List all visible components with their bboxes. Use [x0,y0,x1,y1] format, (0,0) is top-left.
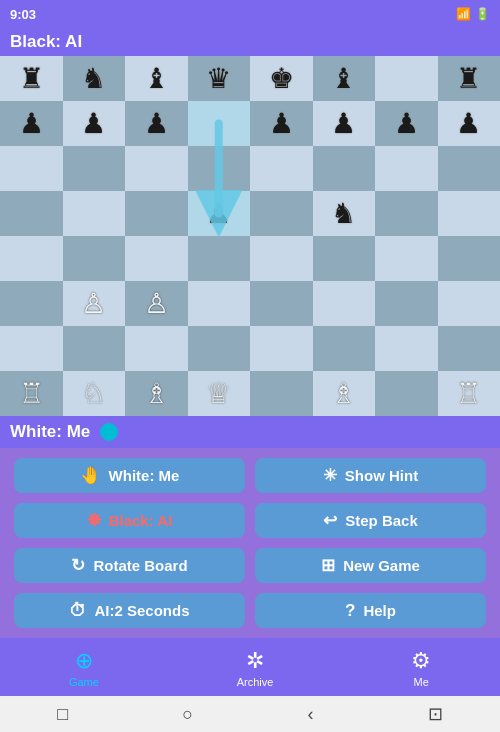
piece: ♟ [81,107,106,140]
white-me-icon: 🤚 [80,465,101,486]
chess-cell-r0-c5[interactable]: ♝ [313,56,376,101]
chess-cell-r7-c1[interactable]: ♘ [63,371,126,416]
step-back-label: Step Back [345,512,418,529]
chess-cell-r6-c7[interactable] [438,326,501,371]
chess-cell-r0-c7[interactable]: ♜ [438,56,501,101]
chess-cell-r6-c5[interactable] [313,326,376,371]
chess-cell-r1-c2[interactable]: ♟ [125,101,188,146]
new-game-label: New Game [343,557,420,574]
buttons-section: 🤚White: Me✳Show Hint❋Black: AI↩Step Back… [0,448,500,638]
chess-cell-r7-c5[interactable]: ♗ [313,371,376,416]
chess-cell-r1-c0[interactable]: ♟ [0,101,63,146]
chess-cell-r6-c2[interactable] [125,326,188,371]
chess-cell-r4-c3[interactable] [188,236,251,281]
chess-cell-r6-c0[interactable] [0,326,63,371]
step-back-button[interactable]: ↩Step Back [255,503,486,538]
chess-cell-r0-c1[interactable]: ♞ [63,56,126,101]
chess-cell-r4-c5[interactable] [313,236,376,281]
chess-cell-r4-c1[interactable] [63,236,126,281]
chess-cell-r7-c4[interactable] [250,371,313,416]
show-hint-button[interactable]: ✳Show Hint [255,458,486,493]
chess-cell-r5-c7[interactable] [438,281,501,326]
chess-cell-r6-c6[interactable] [375,326,438,371]
chess-cell-r2-c1[interactable] [63,146,126,191]
chess-cell-r5-c4[interactable] [250,281,313,326]
new-game-button[interactable]: ⊞New Game [255,548,486,583]
nav-me-label: Me [413,676,428,688]
nav-item-game[interactable]: ⊕Game [69,648,99,688]
battery-icon: 🔋 [475,7,490,21]
chess-cell-r5-c1[interactable]: ♙ [63,281,126,326]
chess-cell-r1-c4[interactable]: ♟ [250,101,313,146]
chess-cell-r6-c3[interactable] [188,326,251,371]
chess-cell-r4-c4[interactable] [250,236,313,281]
rotate-board-icon: ↻ [71,555,85,576]
recent-apps-button[interactable]: □ [57,704,68,725]
chess-cell-r3-c1[interactable] [63,191,126,236]
nav-item-me[interactable]: ⚙Me [411,648,431,688]
chess-cell-r4-c7[interactable] [438,236,501,281]
white-me-button[interactable]: 🤚White: Me [14,458,245,493]
chess-cell-r0-c6[interactable] [375,56,438,101]
chess-cell-r3-c4[interactable] [250,191,313,236]
black-ai-button[interactable]: ❋Black: AI [14,503,245,538]
home-button[interactable]: ○ [182,704,193,725]
chess-cell-r2-c4[interactable] [250,146,313,191]
chess-cell-r2-c5[interactable] [313,146,376,191]
chess-cell-r5-c3[interactable] [188,281,251,326]
chess-cell-r2-c6[interactable] [375,146,438,191]
chess-cell-r7-c2[interactable]: ♗ [125,371,188,416]
chess-cell-r3-c2[interactable] [125,191,188,236]
screenshot-button[interactable]: ⊡ [428,703,443,725]
chess-cell-r4-c2[interactable] [125,236,188,281]
help-button[interactable]: ?Help [255,593,486,628]
chess-cell-r1-c6[interactable]: ♟ [375,101,438,146]
chess-cell-r2-c0[interactable] [0,146,63,191]
piece: ♗ [331,377,356,410]
chess-cell-r7-c0[interactable]: ♖ [0,371,63,416]
chess-cell-r2-c2[interactable] [125,146,188,191]
chess-cell-r4-c6[interactable] [375,236,438,281]
piece: ♝ [144,62,169,95]
chess-cell-r7-c7[interactable]: ♖ [438,371,501,416]
chess-cell-r5-c6[interactable] [375,281,438,326]
chess-cell-r1-c5[interactable]: ♟ [313,101,376,146]
chess-cell-r6-c4[interactable] [250,326,313,371]
chess-cell-r2-c3[interactable] [188,146,251,191]
rotate-board-label: Rotate Board [93,557,187,574]
ai-seconds-icon: ⏱ [69,601,86,621]
chess-cell-r3-c3[interactable]: ♟ [188,191,251,236]
bottom-player-label: White: Me [10,422,90,442]
ai-seconds-label: AI:2 Seconds [94,602,189,619]
status-bar: 9:03 📶 🔋 [0,0,500,28]
chess-cell-r1-c7[interactable]: ♟ [438,101,501,146]
chess-cell-r3-c6[interactable] [375,191,438,236]
help-icon: ? [345,601,355,621]
chess-cell-r3-c7[interactable] [438,191,501,236]
chess-cell-r1-c3[interactable] [188,101,251,146]
back-button[interactable]: ‹ [308,704,314,725]
chess-cell-r4-c0[interactable] [0,236,63,281]
chess-cell-r3-c5[interactable]: ♞ [313,191,376,236]
piece: ♝ [331,62,356,95]
chess-cell-r6-c1[interactable] [63,326,126,371]
chess-cell-r0-c4[interactable]: ♚ [250,56,313,101]
chess-cell-r5-c2[interactable]: ♙ [125,281,188,326]
piece: ♟ [331,107,356,140]
piece: ♚ [269,62,294,95]
chess-cell-r0-c0[interactable]: ♜ [0,56,63,101]
chess-board: ♜♞♝♛♚♝♜♟♟♟♟♟♟♟♟♞♙♙♖♘♗♕♗♖ [0,56,500,416]
chess-cell-r0-c3[interactable]: ♛ [188,56,251,101]
nav-item-archive[interactable]: ✲Archive [237,648,274,688]
chess-cell-r3-c0[interactable] [0,191,63,236]
chess-cell-r5-c0[interactable] [0,281,63,326]
bottom-nav: ⊕Game✲Archive⚙Me [0,638,500,696]
chess-cell-r2-c7[interactable] [438,146,501,191]
chess-cell-r1-c1[interactable]: ♟ [63,101,126,146]
chess-cell-r5-c5[interactable] [313,281,376,326]
chess-cell-r0-c2[interactable]: ♝ [125,56,188,101]
ai-seconds-button[interactable]: ⏱AI:2 Seconds [14,593,245,628]
chess-cell-r7-c3[interactable]: ♕ [188,371,251,416]
rotate-board-button[interactable]: ↻Rotate Board [14,548,245,583]
chess-cell-r7-c6[interactable] [375,371,438,416]
